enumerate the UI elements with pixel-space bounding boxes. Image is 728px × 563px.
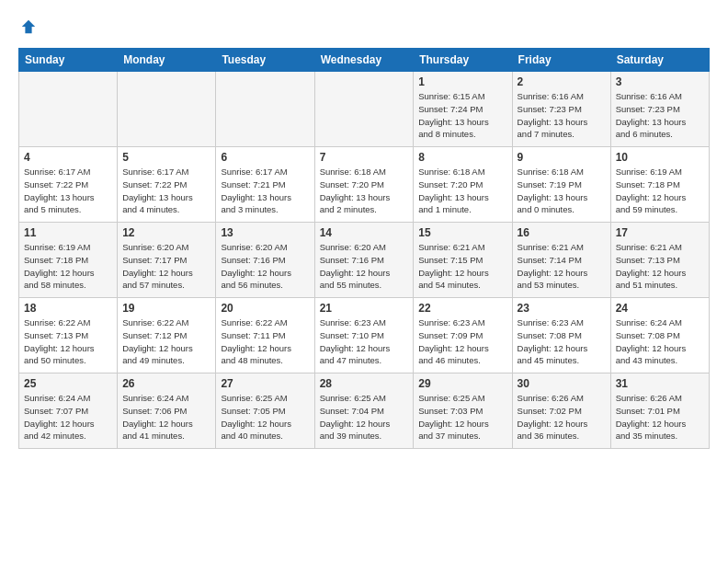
day-cell: 19Sunrise: 6:22 AM Sunset: 7:12 PM Dayli… bbox=[118, 298, 216, 373]
day-info: Sunrise: 6:21 AM Sunset: 7:13 PM Dayligh… bbox=[616, 241, 704, 292]
header-row: SundayMondayTuesdayWednesdayThursdayFrid… bbox=[19, 49, 710, 72]
day-cell: 9Sunrise: 6:18 AM Sunset: 7:19 PM Daylig… bbox=[512, 147, 610, 223]
day-header-sunday: Sunday bbox=[19, 49, 118, 72]
day-info: Sunrise: 6:23 AM Sunset: 7:08 PM Dayligh… bbox=[518, 316, 606, 367]
week-row-2: 4Sunrise: 6:17 AM Sunset: 7:22 PM Daylig… bbox=[19, 147, 710, 223]
day-cell bbox=[118, 72, 216, 147]
day-info: Sunrise: 6:26 AM Sunset: 7:01 PM Dayligh… bbox=[616, 392, 704, 442]
day-info: Sunrise: 6:20 AM Sunset: 7:16 PM Dayligh… bbox=[221, 241, 309, 292]
day-number: 9 bbox=[518, 151, 606, 164]
day-info: Sunrise: 6:23 AM Sunset: 7:09 PM Dayligh… bbox=[418, 316, 506, 367]
day-number: 13 bbox=[221, 226, 309, 239]
day-info: Sunrise: 6:24 AM Sunset: 7:06 PM Dayligh… bbox=[122, 392, 210, 442]
day-number: 3 bbox=[616, 75, 704, 88]
day-cell: 26Sunrise: 6:24 AM Sunset: 7:06 PM Dayli… bbox=[118, 373, 216, 449]
day-cell bbox=[314, 72, 414, 147]
day-number: 8 bbox=[418, 151, 506, 164]
day-number: 4 bbox=[24, 151, 112, 164]
day-cell: 10Sunrise: 6:19 AM Sunset: 7:18 PM Dayli… bbox=[610, 147, 709, 223]
day-cell: 5Sunrise: 6:17 AM Sunset: 7:22 PM Daylig… bbox=[118, 147, 216, 223]
day-info: Sunrise: 6:25 AM Sunset: 7:05 PM Dayligh… bbox=[221, 392, 309, 442]
day-cell: 23Sunrise: 6:23 AM Sunset: 7:08 PM Dayli… bbox=[512, 298, 610, 373]
day-header-saturday: Saturday bbox=[610, 49, 709, 72]
day-cell: 28Sunrise: 6:25 AM Sunset: 7:04 PM Dayli… bbox=[314, 373, 414, 449]
day-cell: 17Sunrise: 6:21 AM Sunset: 7:13 PM Dayli… bbox=[610, 223, 709, 298]
page-container: SundayMondayTuesdayWednesdayThursdayFrid… bbox=[0, 0, 728, 458]
day-cell: 13Sunrise: 6:20 AM Sunset: 7:16 PM Dayli… bbox=[216, 223, 314, 298]
day-number: 17 bbox=[616, 226, 704, 239]
day-number: 18 bbox=[24, 302, 112, 315]
day-number: 25 bbox=[24, 377, 112, 390]
day-info: Sunrise: 6:18 AM Sunset: 7:19 PM Dayligh… bbox=[518, 166, 606, 216]
day-info: Sunrise: 6:16 AM Sunset: 7:23 PM Dayligh… bbox=[616, 90, 704, 141]
day-cell: 22Sunrise: 6:23 AM Sunset: 7:09 PM Dayli… bbox=[414, 298, 512, 373]
calendar-table: SundayMondayTuesdayWednesdayThursdayFrid… bbox=[18, 48, 710, 449]
day-cell: 31Sunrise: 6:26 AM Sunset: 7:01 PM Dayli… bbox=[610, 373, 709, 449]
day-info: Sunrise: 6:17 AM Sunset: 7:21 PM Dayligh… bbox=[221, 166, 309, 216]
day-info: Sunrise: 6:16 AM Sunset: 7:23 PM Dayligh… bbox=[518, 90, 606, 141]
day-number: 1 bbox=[418, 75, 506, 88]
day-info: Sunrise: 6:18 AM Sunset: 7:20 PM Dayligh… bbox=[418, 166, 506, 216]
day-number: 29 bbox=[418, 377, 506, 390]
day-cell: 20Sunrise: 6:22 AM Sunset: 7:11 PM Dayli… bbox=[216, 298, 314, 373]
day-info: Sunrise: 6:25 AM Sunset: 7:04 PM Dayligh… bbox=[320, 392, 409, 442]
day-info: Sunrise: 6:25 AM Sunset: 7:03 PM Dayligh… bbox=[418, 392, 506, 442]
day-info: Sunrise: 6:24 AM Sunset: 7:08 PM Dayligh… bbox=[616, 316, 704, 367]
day-number: 19 bbox=[122, 302, 210, 315]
day-header-monday: Monday bbox=[118, 49, 216, 72]
day-info: Sunrise: 6:22 AM Sunset: 7:11 PM Dayligh… bbox=[221, 316, 309, 367]
day-number: 14 bbox=[320, 226, 409, 239]
day-cell: 24Sunrise: 6:24 AM Sunset: 7:08 PM Dayli… bbox=[610, 298, 709, 373]
day-cell bbox=[216, 72, 314, 147]
day-cell: 1Sunrise: 6:15 AM Sunset: 7:24 PM Daylig… bbox=[414, 72, 512, 147]
day-info: Sunrise: 6:21 AM Sunset: 7:15 PM Dayligh… bbox=[418, 241, 506, 292]
day-number: 11 bbox=[24, 226, 112, 239]
day-header-thursday: Thursday bbox=[414, 49, 512, 72]
day-cell: 14Sunrise: 6:20 AM Sunset: 7:16 PM Dayli… bbox=[314, 223, 414, 298]
day-info: Sunrise: 6:22 AM Sunset: 7:12 PM Dayligh… bbox=[122, 316, 210, 367]
day-info: Sunrise: 6:23 AM Sunset: 7:10 PM Dayligh… bbox=[320, 316, 409, 367]
day-cell: 3Sunrise: 6:16 AM Sunset: 7:23 PM Daylig… bbox=[610, 72, 709, 147]
day-header-friday: Friday bbox=[512, 49, 610, 72]
day-cell: 29Sunrise: 6:25 AM Sunset: 7:03 PM Dayli… bbox=[414, 373, 512, 449]
day-number: 21 bbox=[320, 302, 409, 315]
day-cell: 21Sunrise: 6:23 AM Sunset: 7:10 PM Dayli… bbox=[314, 298, 414, 373]
day-number: 2 bbox=[518, 75, 606, 88]
day-info: Sunrise: 6:18 AM Sunset: 7:20 PM Dayligh… bbox=[320, 166, 409, 216]
svg-marker-0 bbox=[22, 20, 35, 33]
day-number: 7 bbox=[320, 151, 409, 164]
day-info: Sunrise: 6:19 AM Sunset: 7:18 PM Dayligh… bbox=[24, 241, 112, 292]
day-cell: 4Sunrise: 6:17 AM Sunset: 7:22 PM Daylig… bbox=[19, 147, 118, 223]
day-number: 26 bbox=[122, 377, 210, 390]
logo bbox=[18, 18, 37, 35]
day-number: 23 bbox=[518, 302, 606, 315]
day-number: 10 bbox=[616, 151, 704, 164]
day-number: 31 bbox=[616, 377, 704, 390]
day-info: Sunrise: 6:17 AM Sunset: 7:22 PM Dayligh… bbox=[24, 166, 112, 216]
week-row-4: 18Sunrise: 6:22 AM Sunset: 7:13 PM Dayli… bbox=[19, 298, 710, 373]
day-info: Sunrise: 6:20 AM Sunset: 7:17 PM Dayligh… bbox=[122, 241, 210, 292]
day-number: 22 bbox=[418, 302, 506, 315]
day-cell: 27Sunrise: 6:25 AM Sunset: 7:05 PM Dayli… bbox=[216, 373, 314, 449]
day-cell: 11Sunrise: 6:19 AM Sunset: 7:18 PM Dayli… bbox=[19, 223, 118, 298]
day-number: 20 bbox=[221, 302, 309, 315]
week-row-1: 1Sunrise: 6:15 AM Sunset: 7:24 PM Daylig… bbox=[19, 72, 710, 147]
day-number: 28 bbox=[320, 377, 409, 390]
day-number: 16 bbox=[518, 226, 606, 239]
day-cell: 16Sunrise: 6:21 AM Sunset: 7:14 PM Dayli… bbox=[512, 223, 610, 298]
day-number: 15 bbox=[418, 226, 506, 239]
day-number: 27 bbox=[221, 377, 309, 390]
week-row-3: 11Sunrise: 6:19 AM Sunset: 7:18 PM Dayli… bbox=[19, 223, 710, 298]
day-number: 24 bbox=[616, 302, 704, 315]
day-info: Sunrise: 6:21 AM Sunset: 7:14 PM Dayligh… bbox=[518, 241, 606, 292]
day-info: Sunrise: 6:22 AM Sunset: 7:13 PM Dayligh… bbox=[24, 316, 112, 367]
day-cell: 12Sunrise: 6:20 AM Sunset: 7:17 PM Dayli… bbox=[118, 223, 216, 298]
day-cell bbox=[19, 72, 118, 147]
day-cell: 15Sunrise: 6:21 AM Sunset: 7:15 PM Dayli… bbox=[414, 223, 512, 298]
day-number: 12 bbox=[122, 226, 210, 239]
day-number: 5 bbox=[122, 151, 210, 164]
day-header-tuesday: Tuesday bbox=[216, 49, 314, 72]
day-info: Sunrise: 6:15 AM Sunset: 7:24 PM Dayligh… bbox=[418, 90, 506, 141]
day-cell: 30Sunrise: 6:26 AM Sunset: 7:02 PM Dayli… bbox=[512, 373, 610, 449]
day-cell: 25Sunrise: 6:24 AM Sunset: 7:07 PM Dayli… bbox=[19, 373, 118, 449]
